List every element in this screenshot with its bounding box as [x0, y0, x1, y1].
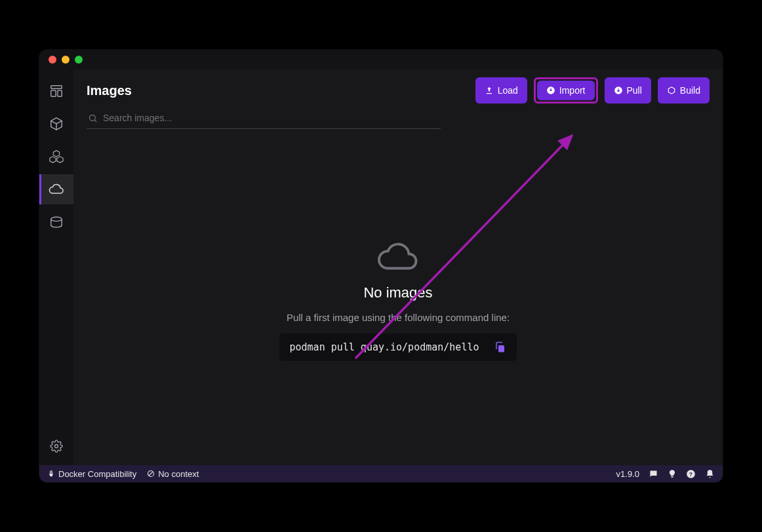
- sidebar-item-images[interactable]: [39, 174, 73, 204]
- gear-icon: [50, 440, 63, 453]
- lightbulb-icon[interactable]: [668, 469, 677, 478]
- svg-rect-8: [498, 345, 504, 352]
- header-actions: Load Import Pull: [475, 77, 710, 104]
- load-button-label: Load: [498, 85, 518, 96]
- status-context[interactable]: No context: [147, 469, 199, 479]
- search-wrap[interactable]: [87, 109, 441, 129]
- bell-icon[interactable]: [705, 469, 715, 479]
- sidebar-item-pods[interactable]: [39, 142, 73, 172]
- sidebar-item-settings[interactable]: [39, 431, 73, 461]
- upload-icon: [485, 86, 494, 95]
- command-block: podman pull quay.io/podman/hello: [279, 333, 517, 361]
- app-window: Images Load Import: [39, 50, 723, 482]
- empty-subtitle: Pull a first image using the following c…: [287, 312, 510, 323]
- pull-button-label: Pull: [627, 85, 642, 96]
- main-content: Images Load Import: [73, 69, 723, 465]
- statusbar: Docker Compatibility No context v1.9.0 ?: [39, 465, 723, 482]
- copy-button[interactable]: [494, 341, 506, 353]
- status-version: v1.9.0: [616, 469, 639, 479]
- plug-icon: [47, 470, 55, 478]
- search-row: [73, 106, 723, 137]
- window-body: Images Load Import: [39, 69, 723, 465]
- sidebar: [39, 69, 73, 465]
- minimize-window-button[interactable]: [62, 56, 70, 64]
- command-text: podman pull quay.io/podman/hello: [290, 341, 479, 353]
- status-context-label: No context: [158, 469, 199, 479]
- import-button-label: Import: [559, 85, 586, 96]
- chat-icon[interactable]: [649, 469, 658, 479]
- download-icon: [614, 86, 623, 95]
- page-header: Images Load Import: [73, 69, 723, 106]
- import-highlight: Import: [534, 77, 598, 104]
- svg-point-7: [90, 115, 96, 121]
- cube-icon: [49, 117, 64, 131]
- svg-point-4: [55, 445, 58, 448]
- titlebar: [39, 50, 723, 69]
- pull-button[interactable]: Pull: [605, 77, 651, 104]
- box-icon: [667, 86, 676, 95]
- search-input[interactable]: [103, 113, 439, 123]
- dashboard-icon: [49, 84, 64, 98]
- svg-rect-1: [51, 90, 56, 96]
- status-docker-compat[interactable]: Docker Compatibility: [47, 469, 136, 479]
- svg-text:?: ?: [689, 470, 692, 477]
- sidebar-item-dashboard[interactable]: [39, 76, 73, 106]
- cloud-icon: [49, 181, 64, 197]
- empty-state: No images Pull a first image using the f…: [73, 137, 723, 465]
- svg-rect-0: [51, 86, 62, 89]
- cubes-icon: [49, 149, 64, 164]
- maximize-window-button[interactable]: [75, 56, 83, 64]
- load-button[interactable]: Load: [475, 77, 527, 104]
- svg-rect-2: [58, 90, 62, 96]
- circle-slash-icon: [147, 470, 155, 478]
- help-icon[interactable]: ?: [686, 469, 696, 479]
- empty-title: No images: [363, 284, 432, 301]
- sidebar-item-containers[interactable]: [39, 109, 73, 139]
- build-button[interactable]: Build: [658, 77, 710, 104]
- sidebar-item-volumes[interactable]: [39, 207, 73, 237]
- import-button[interactable]: Import: [537, 81, 595, 100]
- page-title: Images: [87, 83, 132, 98]
- close-window-button[interactable]: [49, 56, 56, 64]
- download-circle-icon: [546, 86, 555, 95]
- database-icon: [49, 215, 64, 229]
- svg-point-3: [51, 217, 62, 221]
- cloud-large-icon: [376, 241, 420, 274]
- search-icon: [88, 113, 98, 123]
- status-docker-label: Docker Compatibility: [58, 469, 136, 479]
- build-button-label: Build: [680, 85, 700, 96]
